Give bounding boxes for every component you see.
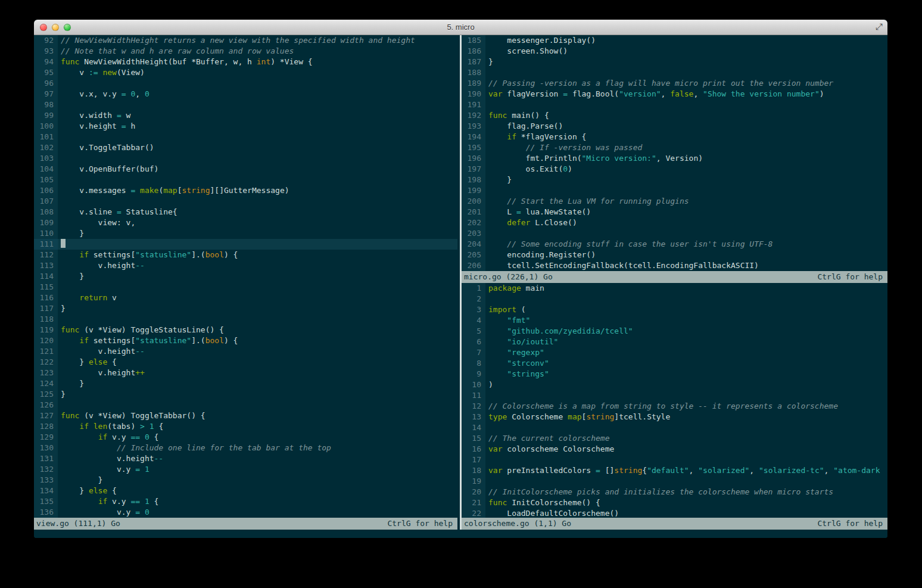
code-line-110[interactable]: 110 }	[34, 228, 457, 239]
code-line-16[interactable]: 16var colorscheme Colorscheme	[462, 444, 887, 455]
code-line-132[interactable]: 132 v.y = 1	[34, 464, 457, 475]
code-line-116[interactable]: 116 return v	[34, 293, 457, 303]
code-line-18[interactable]: 18var preInstalledColors = []string{"def…	[462, 465, 887, 476]
code-line-134[interactable]: 134 } else {	[34, 486, 457, 496]
code-line-95[interactable]: 95 v := new(View)	[34, 67, 457, 78]
code-line-15[interactable]: 15// The current colorscheme	[462, 433, 887, 444]
code-line-119[interactable]: 119func (v *View) ToggleStatusLine() {	[34, 325, 457, 335]
code-line-17[interactable]: 17	[462, 455, 887, 465]
code-line-129[interactable]: 129 if v.y == 0 {	[34, 432, 457, 443]
code-line-9[interactable]: 9 "strings"	[462, 369, 887, 379]
code-line-7[interactable]: 7 "regexp"	[462, 347, 887, 358]
code-line-115[interactable]: 115	[34, 282, 457, 293]
code-line-107[interactable]: 107	[34, 196, 457, 207]
code-area-micro-go[interactable]: 185 messenger.Display()186 screen.Show()…	[462, 35, 887, 271]
code-line-205[interactable]: 205 encoding.Register()	[462, 250, 887, 260]
code-line-136[interactable]: 136 v.y = 0	[34, 507, 457, 518]
code-line-190[interactable]: 190var flagVersion = flag.Bool("version"…	[462, 89, 887, 99]
code-line-8[interactable]: 8 "strconv"	[462, 358, 887, 369]
code-line-112[interactable]: 112 if settings["statusline"].(bool) {	[34, 250, 457, 260]
code-line-11[interactable]: 11	[462, 390, 887, 401]
code-line-109[interactable]: 109 view: v,	[34, 217, 457, 228]
code-line-98[interactable]: 98	[34, 99, 457, 110]
code-line-106[interactable]: 106 v.messages = make(map[string][]Gutte…	[34, 185, 457, 196]
code-line-121[interactable]: 121 v.height--	[34, 346, 457, 357]
zoom-button[interactable]	[64, 24, 71, 31]
code-line-124[interactable]: 124 }	[34, 378, 457, 389]
code-line-193[interactable]: 193 flag.Parse()	[462, 121, 887, 132]
code-line-118[interactable]: 118	[34, 314, 457, 325]
code-area-view-go[interactable]: 92// NewViewWidthHeight returns a new vi…	[34, 35, 457, 518]
code-line-186[interactable]: 186 screen.Show()	[462, 46, 887, 57]
code-line-105[interactable]: 105	[34, 175, 457, 185]
code-line-104[interactable]: 104 v.OpenBuffer(buf)	[34, 164, 457, 175]
code-line-97[interactable]: 97 v.x, v.y = 0, 0	[34, 89, 457, 99]
code-text	[485, 228, 887, 239]
code-line-3[interactable]: 3import (	[462, 304, 887, 315]
code-line-21[interactable]: 21func InitColorscheme() {	[462, 497, 887, 508]
code-line-114[interactable]: 114 }	[34, 271, 457, 282]
code-line-2[interactable]: 2	[462, 294, 887, 304]
code-line-101[interactable]: 101	[34, 132, 457, 142]
fullscreen-icon[interactable]: ⤢	[876, 21, 883, 32]
code-line-206[interactable]: 206 tcell.SetEncodingFallback(tcell.Enco…	[462, 260, 887, 271]
code-line-108[interactable]: 108 v.sline = Statusline{	[34, 207, 457, 217]
line-number: 185	[462, 35, 485, 46]
code-line-96[interactable]: 96	[34, 78, 457, 89]
code-line-199[interactable]: 199	[462, 185, 887, 196]
code-line-99[interactable]: 99 v.width = w	[34, 110, 457, 121]
code-line-120[interactable]: 120 if settings["statusline"].(bool) {	[34, 335, 457, 346]
code-line-92[interactable]: 92// NewViewWidthHeight returns a new vi…	[34, 35, 457, 46]
code-line-204[interactable]: 204 // Some encoding stuff in case the u…	[462, 239, 887, 250]
code-line-197[interactable]: 197 os.Exit(0)	[462, 164, 887, 175]
code-line-202[interactable]: 202 defer L.Close()	[462, 217, 887, 228]
code-line-93[interactable]: 93// Note that w and h are raw column an…	[34, 46, 457, 57]
code-line-126[interactable]: 126	[34, 400, 457, 410]
code-line-6[interactable]: 6 "io/ioutil"	[462, 337, 887, 347]
code-line-192[interactable]: 192func main() {	[462, 110, 887, 121]
code-line-117[interactable]: 117}	[34, 303, 457, 314]
code-line-203[interactable]: 203	[462, 228, 887, 239]
code-line-111[interactable]: 111	[34, 239, 457, 250]
code-line-127[interactable]: 127func (v *View) ToggleTabbar() {	[34, 410, 457, 421]
code-line-113[interactable]: 113 v.height--	[34, 260, 457, 271]
code-area-colorscheme-go[interactable]: 1package main23import (4 "fmt"5 "github.…	[462, 283, 887, 518]
code-line-191[interactable]: 191	[462, 99, 887, 110]
code-line-123[interactable]: 123 v.height++	[34, 368, 457, 378]
close-button[interactable]	[40, 24, 47, 31]
code-line-13[interactable]: 13type Colorscheme map[string]tcell.Styl…	[462, 412, 887, 422]
code-line-133[interactable]: 133 }	[34, 475, 457, 486]
code-line-189[interactable]: 189// Passing -version as a flag will ha…	[462, 78, 887, 89]
code-line-130[interactable]: 130 // Include one line for the tab bar …	[34, 443, 457, 453]
code-line-103[interactable]: 103	[34, 153, 457, 164]
code-line-128[interactable]: 128 if len(tabs) > 1 {	[34, 421, 457, 432]
code-line-200[interactable]: 200 // Start the Lua VM for running plug…	[462, 196, 887, 207]
code-line-1[interactable]: 1package main	[462, 283, 887, 294]
code-line-100[interactable]: 100 v.height = h	[34, 121, 457, 132]
code-line-194[interactable]: 194 if *flagVersion {	[462, 132, 887, 142]
code-line-188[interactable]: 188	[462, 67, 887, 78]
code-line-196[interactable]: 196 fmt.Println("Micro version:", Versio…	[462, 153, 887, 164]
code-line-10[interactable]: 10)	[462, 379, 887, 390]
code-line-20[interactable]: 20// InitColorscheme picks and initializ…	[462, 487, 887, 497]
code-line-135[interactable]: 135 if v.y == 1 {	[34, 496, 457, 507]
code-line-201[interactable]: 201 L = lua.NewState()	[462, 207, 887, 217]
code-line-14[interactable]: 14	[462, 422, 887, 433]
code-text: v.y = 0	[58, 507, 457, 518]
code-line-198[interactable]: 198 }	[462, 175, 887, 185]
window-titlebar[interactable]: 5. micro ⤢	[34, 20, 887, 35]
code-line-187[interactable]: 187}	[462, 57, 887, 67]
code-line-125[interactable]: 125}	[34, 389, 457, 400]
code-line-19[interactable]: 19	[462, 476, 887, 487]
code-line-195[interactable]: 195 // If -version was passed	[462, 142, 887, 153]
code-line-94[interactable]: 94func NewViewWidthHeight(buf *Buffer, w…	[34, 57, 457, 67]
code-line-185[interactable]: 185 messenger.Display()	[462, 35, 887, 46]
code-line-122[interactable]: 122 } else {	[34, 357, 457, 368]
code-line-12[interactable]: 12// Colorscheme is a map from string to…	[462, 401, 887, 412]
code-line-102[interactable]: 102 v.ToggleTabbar()	[34, 142, 457, 153]
minimize-button[interactable]	[52, 24, 59, 31]
code-line-22[interactable]: 22 LoadDefaultColorscheme()	[462, 508, 887, 518]
code-line-131[interactable]: 131 v.height--	[34, 453, 457, 464]
code-line-4[interactable]: 4 "fmt"	[462, 315, 887, 326]
code-line-5[interactable]: 5 "github.com/zyedidia/tcell"	[462, 326, 887, 337]
